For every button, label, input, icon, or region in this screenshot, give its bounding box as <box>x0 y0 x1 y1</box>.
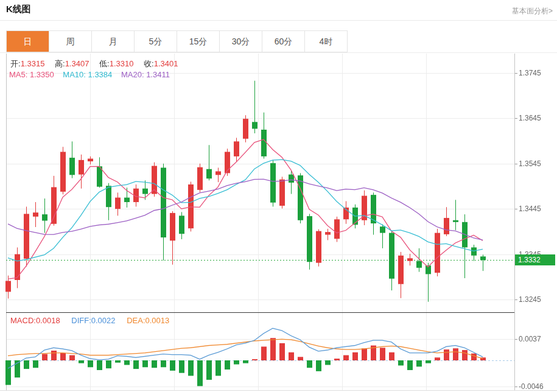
macd-tick-label: -0.0046 <box>519 382 544 391</box>
dea-label: DEA: <box>127 316 145 325</box>
low-label: 低: <box>99 59 110 68</box>
tabbar-bottom-line <box>0 52 557 53</box>
tab-week[interactable]: 周 <box>49 31 91 52</box>
ma5-label: MA5: <box>9 70 30 79</box>
close-label: 收: <box>144 59 154 68</box>
dea-value: 0.0013 <box>145 316 170 325</box>
tab-15min[interactable]: 15分 <box>177 31 219 52</box>
diff-value: 0.0022 <box>91 316 116 325</box>
high-label: 高: <box>55 59 65 68</box>
tab-5min[interactable]: 5分 <box>134 31 177 52</box>
macd-legend: MACD:0.0018 DIFF:0.0022 DEA:0.0013 <box>10 316 178 325</box>
price-tick-label: 1.3545 <box>519 159 541 168</box>
fundamental-analysis-link[interactable]: 基本面分析> <box>512 6 553 16</box>
high-value: 1.3407 <box>65 59 89 68</box>
macd-tick-label: 0.0037 <box>519 335 541 343</box>
tab-30min[interactable]: 30分 <box>219 31 262 52</box>
macd-label: MACD: <box>10 316 36 325</box>
ma20-label: MA20: <box>121 70 146 79</box>
tab-4hour[interactable]: 4时 <box>304 31 347 52</box>
tab-60min[interactable]: 60分 <box>262 31 304 52</box>
ma10-label: MA10: <box>63 70 88 79</box>
price-tick-label: 1.3745 <box>519 69 541 77</box>
price-tick-label: 1.3645 <box>519 114 541 122</box>
open-value: 1.3315 <box>21 59 45 68</box>
ma5-value: 1.3350 <box>30 70 54 79</box>
header-divider <box>0 20 557 21</box>
low-value: 1.3310 <box>110 59 134 68</box>
current-price-badge: 1.3332 <box>515 254 555 265</box>
ohlc-legend: 开:1.3315 高:1.3407 低:1.3310 收:1.3401 <box>10 58 186 69</box>
open-label: 开: <box>10 59 21 68</box>
tab-month[interactable]: 月 <box>91 31 134 52</box>
ma20-value: 1.3411 <box>146 70 170 79</box>
tab-day[interactable]: 日 <box>7 31 49 52</box>
diff-label: DIFF: <box>71 316 91 325</box>
price-tick-label: 1.3245 <box>519 295 541 304</box>
ma-legend: MA5: 1.3350 MA10: 1.3384 MA20: 1.3411 <box>9 70 177 79</box>
close-value: 1.3401 <box>154 59 178 68</box>
page-title: K线图 <box>6 4 31 15</box>
macd-value: 0.0018 <box>36 316 60 325</box>
ma10-value: 1.3384 <box>88 70 113 79</box>
price-tick-label: 1.3445 <box>519 205 541 213</box>
interval-tabbar: 日 周 月 5分 15分 30分 60分 4时 <box>6 30 348 52</box>
